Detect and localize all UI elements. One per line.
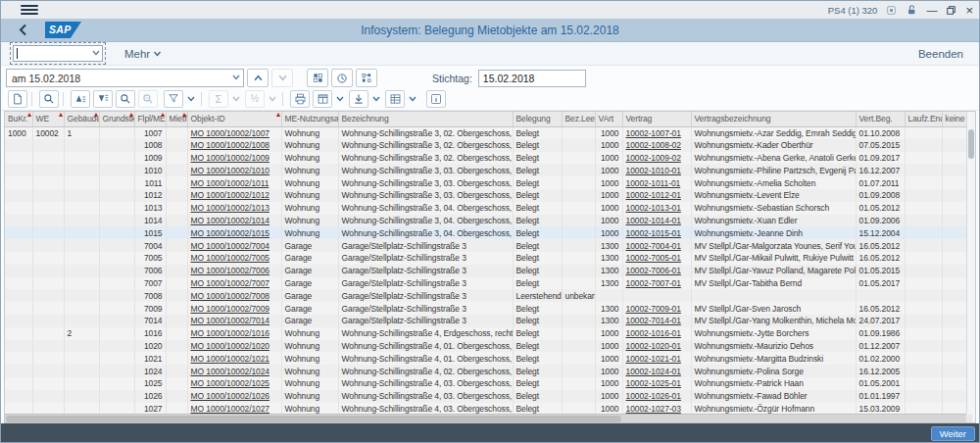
sort-descending-button[interactable]: [93, 90, 113, 108]
table-row[interactable]: 7005MO 1000/10002/7005GarageGarage/Stell…: [5, 252, 971, 265]
vertrag-link[interactable]: 10002-7007-01: [626, 278, 681, 288]
choose-detail-button[interactable]: [39, 90, 59, 108]
table-row[interactable]: 1024MO 1000/10002/1024WohnungWohnung-Sch…: [5, 365, 971, 377]
column-header[interactable]: BuKr.: [5, 112, 32, 126]
table-row[interactable]: 1010MO 1000/10002/1010WohnungWohnung-Sch…: [5, 164, 971, 176]
chevron-down-icon[interactable]: [92, 50, 100, 56]
chevron-down-icon[interactable]: [232, 74, 240, 80]
objekt-id-link[interactable]: MO 1000/10002/1007: [191, 128, 270, 138]
date-variant-combobox[interactable]: am 15.02.2018: [6, 69, 244, 87]
print-button[interactable]: [290, 90, 310, 108]
column-header[interactable]: Mietfl.: [166, 112, 187, 126]
info-button[interactable]: [426, 90, 446, 108]
table-row[interactable]: 1009MO 1000/10002/1009WohnungWohnung-Sch…: [5, 152, 971, 165]
objekt-id-link[interactable]: MO 1000/10002/1025: [191, 378, 270, 388]
subtotal-button[interactable]: ½: [245, 90, 265, 108]
lock-open-icon[interactable]: [906, 4, 917, 16]
table-row[interactable]: 7007MO 1000/10002/7007GarageGarage/Stell…: [5, 277, 971, 290]
objekt-id-link[interactable]: MO 1000/10002/1024: [191, 367, 270, 376]
vertrag-link[interactable]: 10002-7009-01: [626, 304, 681, 314]
table-row[interactable]: 1020MO 1000/10002/1020WohnungWohnung-Sch…: [5, 340, 971, 353]
layout-button[interactable]: [385, 90, 405, 108]
next-entry-button[interactable]: [271, 69, 293, 87]
objekt-id-link[interactable]: MO 1000/10002/1011: [191, 178, 270, 188]
multiple-selection-button[interactable]: [307, 69, 328, 87]
column-header[interactable]: Grundstk.: [99, 112, 134, 126]
column-header[interactable]: Gebäude: [64, 112, 99, 126]
table-row[interactable]: 1015MO 1000/10002/1015WohnungWohnung-Sch…: [5, 226, 971, 239]
export-menu-button[interactable]: [369, 90, 382, 108]
vertrag-link[interactable]: 10002-1024-01: [626, 367, 681, 376]
objekt-id-link[interactable]: MO 1000/10002/1012: [191, 190, 270, 200]
objekt-id-link[interactable]: MO 1000/10002/7006: [191, 266, 270, 275]
vertrag-link[interactable]: 10002-1009-02: [626, 153, 681, 163]
close-icon[interactable]: ×: [965, 5, 973, 16]
objekt-id-link[interactable]: MO 1000/10002/1008: [191, 140, 270, 150]
vertical-scrollbar[interactable]: [966, 112, 975, 414]
continue-button[interactable]: Weiter: [931, 426, 975, 441]
vertrag-link[interactable]: 10002-1026-01: [626, 391, 681, 401]
column-header[interactable]: Laufz.Ende: [905, 112, 942, 126]
column-header[interactable]: Flpl/ME: [134, 112, 166, 126]
time-selection-button[interactable]: [331, 69, 353, 87]
objekt-id-link[interactable]: MO 1000/10002/1014: [191, 216, 270, 225]
column-header[interactable]: Objekt-ID: [187, 112, 281, 126]
column-header[interactable]: Vertragsbezeichnung: [691, 112, 856, 126]
column-header[interactable]: ME-Nutzungsart: [281, 112, 338, 126]
objekt-id-link[interactable]: MO 1000/10002/1015: [191, 228, 270, 238]
filter-menu-button[interactable]: [184, 90, 197, 108]
table-row[interactable]: 7008MO 1000/10002/7008GarageGarage/Stell…: [5, 289, 971, 302]
column-header[interactable]: Vert.Beg.: [856, 112, 905, 126]
vertrag-link[interactable]: 10002-7005-01: [626, 253, 681, 263]
minimize-icon[interactable]: —: [926, 5, 937, 16]
objekt-id-link[interactable]: MO 1000/10002/1016: [191, 328, 270, 338]
horizontal-scrollbar[interactable]: [5, 414, 966, 422]
vertrag-link[interactable]: 10002-1021-01: [626, 354, 681, 364]
vertrag-link[interactable]: 10002-1011-01: [626, 178, 681, 188]
table-row[interactable]: 1008MO 1000/10002/1008WohnungWohnung-Sch…: [5, 139, 971, 152]
vertrag-link[interactable]: 10002-1014-01: [626, 216, 681, 225]
vertrag-link[interactable]: 10002-7006-01: [626, 266, 681, 275]
vertrag-link[interactable]: 10002-1027-03: [626, 404, 681, 414]
column-header[interactable]: Belegung: [513, 112, 562, 126]
vertrag-link[interactable]: 10002-1015-01: [626, 228, 681, 238]
table-row[interactable]: 7009MO 1000/10002/7009GarageGarage/Stell…: [5, 302, 971, 315]
vertrag-link[interactable]: 10002-1016-01: [626, 328, 681, 338]
table-row[interactable]: 7006MO 1000/10002/7006GarageGarage/Stell…: [5, 265, 971, 277]
objekt-id-link[interactable]: MO 1000/10002/1013: [191, 203, 270, 213]
table-row[interactable]: 1021MO 1000/10002/1021WohnungWohnung-Sch…: [5, 352, 971, 365]
find-next-button[interactable]: [138, 90, 158, 108]
objekt-id-link[interactable]: MO 1000/10002/7009: [191, 304, 270, 314]
vertrag-link[interactable]: 10002-1010-01: [626, 166, 681, 175]
objekt-id-link[interactable]: MO 1000/10002/7005: [191, 253, 270, 263]
restore-icon[interactable]: [946, 5, 956, 16]
sort-ascending-button[interactable]: [71, 90, 90, 108]
stichtag-date-field[interactable]: [478, 70, 586, 87]
table-row[interactable]: 10001000211007MO 1000/10002/1007WohnungW…: [5, 126, 971, 139]
previous-entry-button[interactable]: [247, 69, 269, 87]
total-menu-button[interactable]: [229, 90, 242, 108]
more-menu[interactable]: Mehr: [124, 48, 162, 60]
hamburger-menu-icon[interactable]: [21, 3, 38, 17]
export-button[interactable]: [349, 90, 368, 108]
find-button[interactable]: [116, 90, 135, 108]
column-header[interactable]: Bezeichnung: [338, 112, 513, 126]
column-header[interactable]: Bez.LeerGr: [562, 112, 595, 126]
vertrag-link[interactable]: 10002-7004-01: [626, 241, 681, 251]
vertrag-link[interactable]: 10002-1025-01: [626, 378, 681, 388]
vertrag-link[interactable]: 10002-1012-01: [626, 190, 681, 200]
vertrag-link[interactable]: 10002-1008-02: [626, 140, 681, 150]
table-row[interactable]: 1013MO 1000/10002/1013WohnungWohnung-Sch…: [5, 202, 971, 215]
exit-button[interactable]: Beenden: [918, 48, 963, 60]
vertical-scrollbar-thumb[interactable]: [968, 129, 974, 159]
objekt-id-link[interactable]: MO 1000/10002/1010: [191, 166, 270, 175]
vertrag-link[interactable]: 10002-1020-01: [626, 341, 681, 351]
objekt-id-link[interactable]: MO 1000/10002/1020: [191, 341, 270, 351]
table-row[interactable]: 1026MO 1000/10002/1026WohnungWohnung-Sch…: [5, 390, 971, 403]
objekt-id-link[interactable]: MO 1000/10002/1026: [191, 391, 270, 401]
command-field[interactable]: [13, 45, 103, 62]
column-header[interactable]: Vertrag: [622, 112, 691, 126]
objekt-id-link[interactable]: MO 1000/10002/7008: [191, 291, 270, 301]
subtotal-menu-button[interactable]: [266, 90, 278, 108]
table-row[interactable]: 7004MO 1000/10002/7004GarageGarage/Stell…: [5, 239, 971, 252]
